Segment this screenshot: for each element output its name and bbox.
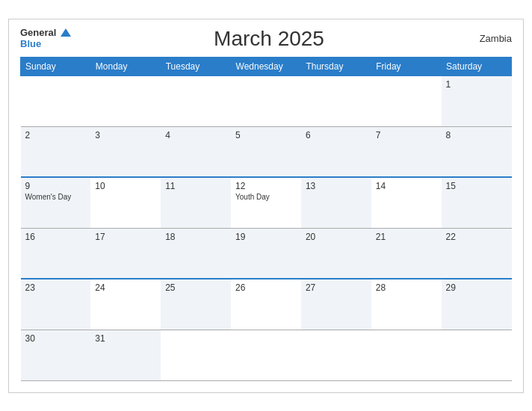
calendar-cell	[371, 75, 442, 126]
day-number: 8	[446, 130, 507, 140]
weekday-header-wednesday: Wednesday	[231, 57, 301, 75]
day-number: 25	[165, 282, 226, 293]
calendar-cell: 4	[161, 126, 231, 177]
calendar-cell	[442, 330, 512, 380]
day-number: 3	[95, 130, 156, 140]
calendar-cell	[161, 330, 231, 380]
calendar-cell: 8	[442, 126, 512, 177]
weekday-header-monday: Monday	[90, 57, 161, 75]
day-number: 10	[95, 181, 156, 191]
calendar-cell: 30	[21, 330, 91, 380]
day-number: 24	[95, 282, 156, 293]
calendar-cell	[21, 75, 91, 126]
weekday-header-saturday: Saturday	[442, 57, 512, 75]
day-number: 7	[376, 130, 437, 140]
calendar-cell: 26	[231, 279, 301, 330]
day-number: 20	[306, 232, 367, 242]
calendar-week-row-2: 9Women's Day101112Youth Day131415	[21, 177, 512, 228]
calendar-cell: 27	[301, 279, 371, 330]
calendar-cell	[301, 75, 371, 126]
calendar-cell: 14	[371, 177, 442, 228]
day-number: 26	[235, 282, 297, 293]
calendar-title: March 2025	[71, 27, 467, 51]
calendar-cell: 10	[90, 177, 161, 228]
logo-blue: Blue	[20, 38, 41, 49]
day-number: 27	[306, 282, 367, 293]
calendar-cell: 11	[161, 177, 231, 228]
day-event: Youth Day	[235, 193, 297, 201]
calendar-cell	[161, 75, 231, 126]
calendar-week-row-1: 2345678	[21, 126, 512, 177]
calendar-cell: 29	[442, 279, 512, 330]
calendar-cell: 13	[301, 177, 371, 228]
day-number: 28	[376, 282, 437, 293]
calendar-cell	[231, 330, 301, 380]
calendar-cell: 3	[90, 126, 161, 177]
calendar-cell: 23	[21, 279, 91, 330]
calendar-cell: 20	[301, 228, 371, 279]
day-number: 5	[235, 130, 297, 140]
calendar-cell: 24	[90, 279, 161, 330]
calendar-cell: 31	[90, 330, 161, 380]
weekday-header-thursday: Thursday	[301, 57, 371, 75]
day-number: 13	[306, 181, 367, 191]
day-number: 29	[446, 282, 507, 293]
calendar-cell: 9Women's Day	[21, 177, 91, 228]
calendar-cell: 17	[90, 228, 161, 279]
weekday-header-tuesday: Tuesday	[161, 57, 231, 75]
day-number: 14	[376, 181, 437, 191]
logo-triangle-icon	[61, 28, 71, 37]
calendar-cell: 12Youth Day	[231, 177, 301, 228]
calendar-cell: 7	[371, 126, 442, 177]
calendar-cell: 22	[442, 228, 512, 279]
calendar-cell	[231, 75, 301, 126]
weekday-header-sunday: Sunday	[21, 57, 91, 75]
day-number: 18	[165, 232, 226, 242]
day-number: 30	[25, 333, 87, 344]
country-label: Zambia	[467, 33, 512, 44]
day-number: 23	[25, 282, 87, 293]
weekday-header-row: SundayMondayTuesdayWednesdayThursdayFrid…	[21, 57, 512, 75]
day-number: 17	[95, 232, 156, 242]
calendar-cell: 25	[161, 279, 231, 330]
calendar-cell	[371, 330, 442, 380]
calendar-container: General Blue March 2025 Zambia SundayMon…	[8, 19, 524, 393]
day-number: 16	[25, 232, 87, 242]
weekday-header-friday: Friday	[371, 57, 442, 75]
calendar-cell	[90, 75, 161, 126]
calendar-cell: 6	[301, 126, 371, 177]
logo: General Blue	[20, 28, 71, 49]
day-number: 9	[25, 181, 87, 191]
calendar-cell: 15	[442, 177, 512, 228]
day-number: 1	[446, 79, 507, 90]
calendar-cell: 5	[231, 126, 301, 177]
calendar-header: General Blue March 2025 Zambia	[20, 27, 512, 51]
calendar-grid: SundayMondayTuesdayWednesdayThursdayFrid…	[20, 57, 512, 381]
calendar-week-row-4: 23242526272829	[21, 279, 512, 330]
calendar-cell: 1	[442, 75, 512, 126]
day-number: 15	[446, 181, 507, 191]
day-number: 6	[306, 130, 367, 140]
day-number: 21	[376, 232, 437, 242]
day-number: 12	[235, 181, 297, 191]
calendar-week-row-0: 1	[21, 75, 512, 126]
calendar-cell: 16	[21, 228, 91, 279]
day-number: 22	[446, 232, 507, 242]
calendar-cell: 28	[371, 279, 442, 330]
day-number: 11	[165, 181, 226, 191]
calendar-week-row-5: 3031	[21, 330, 512, 380]
calendar-cell	[301, 330, 371, 380]
calendar-week-row-3: 16171819202122	[21, 228, 512, 279]
day-number: 31	[95, 333, 156, 344]
logo-general: General	[20, 27, 56, 38]
day-number: 19	[235, 232, 297, 242]
calendar-cell: 2	[21, 126, 91, 177]
day-number: 2	[25, 130, 87, 140]
day-number: 4	[165, 130, 226, 140]
calendar-cell: 18	[161, 228, 231, 279]
day-event: Women's Day	[25, 193, 87, 201]
calendar-cell: 21	[371, 228, 442, 279]
calendar-cell: 19	[231, 228, 301, 279]
